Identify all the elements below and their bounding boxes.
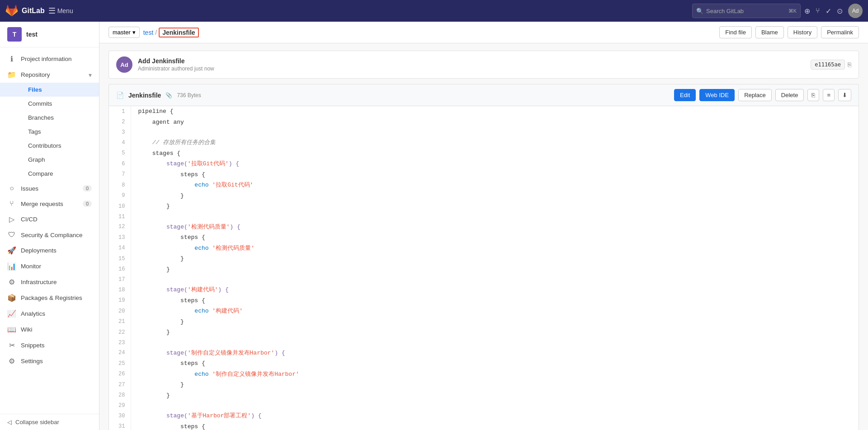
line-number: 18: [109, 285, 131, 295]
branch-chevron-icon: ▾: [132, 29, 136, 36]
sidebar-item-infrastructure[interactable]: ⚙ Infrastructure: [0, 274, 99, 290]
merge-request-icon[interactable]: ⑂: [816, 7, 820, 15]
line-number: 6: [109, 159, 131, 169]
issues-icon[interactable]: ✓: [826, 7, 831, 15]
infrastructure-icon: ⚙: [7, 278, 16, 286]
replace-button[interactable]: Replace: [738, 89, 772, 101]
table-row: 8 echo '拉取Git代码': [109, 180, 859, 191]
sidebar-item-project-information[interactable]: ℹ Project information: [0, 51, 99, 67]
menu-button[interactable]: ☰ Menu: [48, 6, 73, 16]
line-number: 31: [109, 421, 131, 430]
permalink-button[interactable]: Permalink: [821, 26, 859, 38]
sidebar-label-cicd: CI/CD: [21, 216, 38, 223]
line-code: }: [131, 264, 859, 275]
line-number: 12: [109, 222, 131, 233]
sidebar-label-compare: Compare: [28, 170, 53, 177]
line-code: }: [131, 253, 859, 264]
line-number: 26: [109, 369, 131, 380]
line-code: agent any: [131, 117, 859, 128]
sidebar-item-monitor[interactable]: 📊 Monitor: [0, 258, 99, 274]
commit-avatar-text: Ad: [120, 61, 128, 68]
sidebar-item-settings[interactable]: ⚙ Settings: [0, 353, 99, 369]
top-navigation: GitLab ☰ Menu 🔍 Search GitLab ⌘K ⊕ ⑂ ✓ ⊙…: [0, 0, 868, 22]
line-code: steps {: [131, 232, 859, 243]
sidebar-item-snippets[interactable]: ✂ Snippets: [0, 337, 99, 353]
line-number: 8: [109, 180, 131, 191]
line-code: }: [131, 317, 859, 327]
project-header[interactable]: T test: [0, 22, 99, 47]
commit-author-avatar: Ad: [116, 56, 132, 73]
merge-requests-icon: ⑂: [7, 200, 16, 208]
sidebar-item-cicd[interactable]: ▷ CI/CD: [0, 211, 99, 227]
line-code: echo '检测代码质量': [131, 243, 859, 254]
sidebar-item-tags[interactable]: Tags: [0, 125, 99, 139]
sidebar-item-merge-requests[interactable]: ⑂ Merge requests 0: [0, 196, 99, 211]
packages-icon: 📦: [7, 294, 16, 302]
sidebar-item-contributors[interactable]: Contributors: [0, 139, 99, 153]
sidebar-item-analytics[interactable]: 📈 Analytics: [0, 306, 99, 322]
raw-file-icon[interactable]: ≡: [823, 89, 835, 101]
breadcrumb-repo-link[interactable]: test: [143, 29, 154, 36]
hamburger-icon: ☰: [48, 6, 56, 16]
sidebar-label-settings: Settings: [21, 358, 43, 365]
sidebar-item-branches[interactable]: Branches: [0, 111, 99, 125]
table-row: 19 steps {: [109, 295, 859, 306]
sidebar-item-security-compliance[interactable]: 🛡 Security & Compliance: [0, 227, 99, 243]
breadcrumb-separator: /: [155, 29, 157, 36]
table-row: 5 stages {: [109, 148, 859, 159]
line-code: echo '拉取Git代码': [131, 180, 859, 191]
sidebar-item-files[interactable]: Files: [0, 83, 99, 97]
sidebar-item-compare[interactable]: Compare: [0, 167, 99, 181]
table-row: 15 }: [109, 253, 859, 264]
blame-button[interactable]: Blame: [755, 26, 784, 38]
line-code: [131, 212, 859, 222]
line-code: stage('制作自定义镜像并发布Harbor') {: [131, 348, 859, 359]
delete-button[interactable]: Delete: [775, 89, 804, 101]
line-number: 29: [109, 401, 131, 411]
sidebar-item-issues[interactable]: ○ Issues 0: [0, 181, 99, 196]
table-row: 29: [109, 401, 859, 411]
download-icon[interactable]: ⬇: [838, 89, 851, 101]
table-row: 21 }: [109, 317, 859, 327]
table-row: 2 agent any: [109, 117, 859, 128]
sidebar-item-commits[interactable]: Commits: [0, 97, 99, 111]
line-number: 28: [109, 390, 131, 401]
collapse-sidebar-button[interactable]: ◁ Collapse sidebar: [0, 414, 99, 430]
search-shortcut: ⌘K: [788, 8, 797, 14]
sidebar-item-graph[interactable]: Graph: [0, 153, 99, 167]
line-number: 3: [109, 127, 131, 137]
table-row: 11: [109, 212, 859, 222]
line-number: 25: [109, 358, 131, 369]
project-initial: T: [13, 31, 17, 38]
global-search[interactable]: 🔍 Search GitLab ⌘K: [692, 4, 801, 18]
edit-button[interactable]: Edit: [674, 89, 696, 101]
new-item-icon[interactable]: ⊕: [804, 7, 810, 15]
line-number: 13: [109, 232, 131, 243]
line-number: 24: [109, 348, 131, 359]
branch-selector[interactable]: master ▾: [108, 27, 140, 38]
table-row: 17: [109, 275, 859, 285]
find-file-button[interactable]: Find file: [719, 26, 752, 38]
copy-path-icon[interactable]: ⎘: [807, 89, 819, 101]
repository-icon: 📁: [7, 70, 16, 79]
history-button[interactable]: History: [788, 26, 817, 38]
sidebar-item-deployments[interactable]: 🚀 Deployments: [0, 243, 99, 258]
copy-hash-icon[interactable]: ⎘: [848, 61, 851, 68]
line-number: 1: [109, 106, 131, 117]
sidebar-label-branches: Branches: [28, 114, 54, 121]
sidebar-label-deployments: Deployments: [21, 247, 57, 254]
web-ide-button[interactable]: Web IDE: [699, 89, 735, 101]
sidebar-item-repository[interactable]: 📁 Repository ▾: [0, 67, 99, 83]
activity-icon[interactable]: ⊙: [837, 7, 843, 15]
sidebar-item-packages-registries[interactable]: 📦 Packages & Registries: [0, 290, 99, 306]
project-name: test: [26, 31, 38, 38]
commit-message: Add Jenkinsfile: [138, 57, 805, 65]
sidebar-item-wiki[interactable]: 📖 Wiki: [0, 322, 99, 337]
file-clip-icon: 📎: [165, 92, 172, 98]
merge-requests-badge: 0: [83, 201, 92, 207]
app-logo[interactable]: GitLab: [5, 5, 45, 17]
user-avatar[interactable]: Ad: [848, 4, 863, 18]
monitor-icon: 📊: [7, 262, 16, 271]
line-code: }: [131, 379, 859, 390]
top-nav-icons: ⊕ ⑂ ✓ ⊙ Ad: [804, 4, 863, 18]
